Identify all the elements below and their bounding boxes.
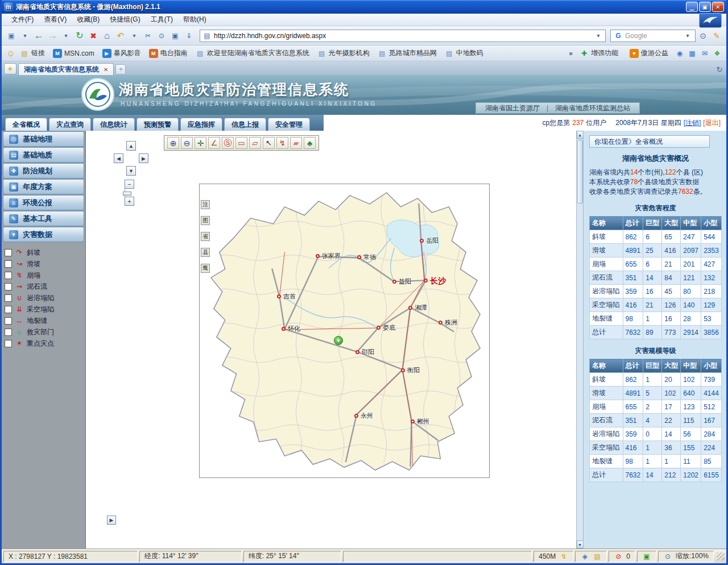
zoom-in-step-button[interactable]: + [125,197,134,206]
link-item[interactable]: ▤链接 [16,47,48,59]
skin-icon[interactable]: ▦ [688,49,697,58]
search-dropdown-icon[interactable]: ▾ [683,31,692,40]
sidebar-button-2[interactable]: ▤基础地质 [3,147,84,163]
caret-button[interactable]: ▾ [128,29,140,43]
links-overflow-chevron[interactable]: » [569,49,573,57]
link-item[interactable]: M电台指南 [146,47,191,59]
resize-grip[interactable] [717,552,725,560]
refresh-button[interactable]: ↻ [73,29,86,43]
pan-left-button[interactable]: ◀ [114,153,123,163]
layer-checkbox[interactable] [5,317,12,325]
nav-tab-5[interactable]: 应急指挥 [180,118,222,131]
zoom-out-button[interactable]: ⊖ [181,137,193,149]
scrollbar-thumb[interactable] [577,140,583,203]
map-side-tab-3[interactable]: 省 [201,232,210,241]
hotlink-button[interactable]: ↯ [276,137,288,149]
caret-button[interactable]: ▾ [19,29,31,43]
layer-checkbox[interactable] [5,249,12,256]
folder-icon[interactable]: ▤ [593,552,602,561]
link-item[interactable]: ▤中地数码 [441,47,487,59]
map-side-tab-1[interactable]: 注 [201,200,210,209]
search-button[interactable]: ⊙ [697,29,709,43]
pan-down-button[interactable]: ▼ [126,166,136,176]
sidebar-button-7[interactable]: ▼灾害数据 [3,227,84,242]
logout-link[interactable]: [注销] [684,118,701,128]
banner-link-monitoring-station[interactable]: 湖南省地质环境监测总站 [555,103,630,113]
stop-button[interactable]: ✖ [87,29,100,43]
boost-icon[interactable]: ↯ [559,552,568,561]
select-rect-button[interactable]: ▭ [235,137,247,149]
link-item[interactable]: ♥傲游公益 [626,47,672,59]
layer-checkbox[interactable] [5,294,12,302]
search-box[interactable]: G Google ▾ [610,30,696,42]
link-item[interactable]: MMSN.com [49,48,98,59]
nav-tab-7[interactable]: 安全管理 [268,118,310,131]
close-button[interactable]: ✕ [712,2,724,12]
link-item[interactable]: ▶暴风影音 [99,47,144,59]
zoom-out-step-button[interactable]: − [125,180,134,189]
banner-link-land-resources[interactable]: 湖南省国土资源厅 [485,103,540,113]
layer-checkbox[interactable] [5,340,12,347]
download-button[interactable]: ⇓ [183,29,195,43]
snapshot-button[interactable]: ▣ [169,29,181,43]
sidebar-button-3[interactable]: ✚防治规划 [3,163,84,178]
address-dropdown-icon[interactable]: ▾ [594,31,603,40]
pan-up-button[interactable]: ▲ [126,141,136,151]
measure-button[interactable]: ∠ [208,137,220,149]
eraser-button[interactable]: ▰ [290,137,302,149]
favorites-panel-button[interactable]: ★ [4,63,16,74]
full-extent-button[interactable]: Ⓢ [222,137,234,149]
map-side-tab-4[interactable]: 县 [201,248,210,257]
account-icon[interactable]: ◉ [675,49,684,58]
caret-button[interactable]: ▾ [60,29,72,43]
back-button[interactable]: ← [32,29,45,43]
new-tab-button[interactable]: + [115,64,126,74]
pan-button[interactable]: ✛ [195,137,206,149]
layer-checkbox[interactable] [5,283,12,290]
sidebar-button-4[interactable]: ▣年度方案 [3,179,84,194]
undo-button[interactable]: ↶ [114,29,127,43]
tab-active[interactable]: 湖南省地质灾害信息系统 ✕ [18,63,114,75]
link-item[interactable]: ▤欢迎登陆湖南省地质灾害信息系统 [192,47,313,59]
menu-tools[interactable]: 工具(T) [146,14,178,26]
home-button[interactable]: ⌂ [101,29,113,43]
link-item[interactable]: ▤觅路城市精品网 [374,47,440,59]
layer-checkbox[interactable] [5,272,12,279]
map-canvas[interactable]: 注图省县鹰 [199,184,490,478]
scroll-down-icon[interactable]: ▼ [577,541,584,549]
link-item[interactable]: ▤光年摄影机构 [314,47,373,59]
nav-tab-1[interactable]: 全省概况 [5,118,47,131]
refresh-tabs-icon[interactable]: ↻ [715,65,724,74]
address-input[interactable] [214,32,592,40]
proxy-icon[interactable]: ◈ [580,552,589,561]
identify-button[interactable]: ↖ [263,137,275,149]
snap-icon[interactable]: ▣ [642,552,651,561]
sidebar-button-5[interactable]: ≡环境公报 [3,195,84,210]
restore-button[interactable]: ▣ [699,2,711,12]
nav-tab-2[interactable]: 灾点查询 [49,118,91,131]
zoom-slider-track[interactable] [125,189,125,197]
map-side-tab-5[interactable]: 鹰 [201,264,210,273]
new-page-button[interactable]: ▣ [5,29,18,43]
exit-link[interactable]: [退出] [703,118,721,128]
schedule-button[interactable]: ⊙ [155,29,168,43]
link-item[interactable]: ✚增强功能 [576,47,622,59]
select-polygon-button[interactable]: ▱ [249,137,261,149]
minimize-button[interactable]: ▁ [686,2,698,12]
layer-checkbox[interactable] [5,329,12,336]
gift-icon[interactable]: ❖ [713,49,722,58]
menu-groups[interactable]: 快捷组(G) [105,14,145,26]
tab-close-icon[interactable]: ✕ [104,67,108,73]
forward-button[interactable]: → [46,29,59,43]
highlight-button[interactable]: ✎ [710,29,723,43]
ad-hunter-button[interactable]: ✂ [142,29,154,43]
map-side-tab-2[interactable]: 图 [201,216,210,225]
zoom-slider-handle[interactable] [123,192,131,196]
menu-view[interactable]: 查看(V) [39,14,72,26]
menu-help[interactable]: 帮助(H) [178,14,212,26]
menu-favorites[interactable]: 收藏(B) [72,14,105,26]
zoom-level[interactable]: ⊙缩放:100% [658,551,714,562]
horizontal-scroll-right-button[interactable]: ▶ [107,516,116,525]
zoom-in-button[interactable]: ⊕ [167,137,179,149]
nav-tab-3[interactable]: 信息统计 [93,118,135,131]
